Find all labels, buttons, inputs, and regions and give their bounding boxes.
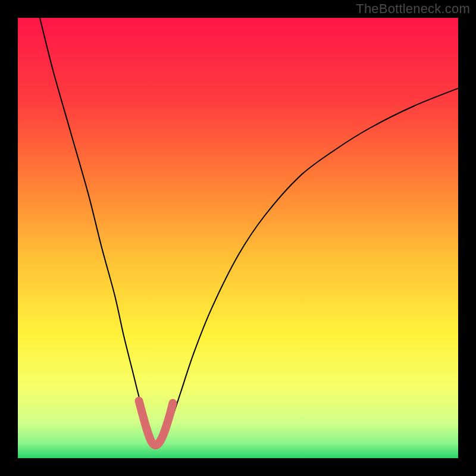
chart-frame: TheBottleneck.com xyxy=(0,0,476,476)
watermark-label: TheBottleneck.com xyxy=(356,1,470,17)
chart-plot xyxy=(18,18,458,458)
chart-background xyxy=(18,18,458,458)
chart-svg xyxy=(18,18,458,458)
